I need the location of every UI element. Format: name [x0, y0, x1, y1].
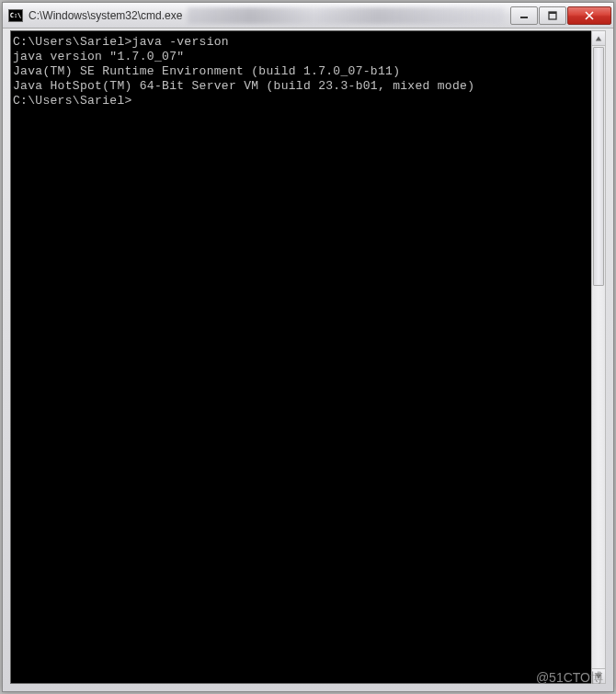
- terminal-line: C:\Users\Sariel>java -version: [13, 35, 591, 50]
- svg-rect-2: [549, 12, 556, 14]
- scroll-thumb[interactable]: [593, 47, 604, 286]
- chevron-up-icon: [595, 35, 602, 42]
- cmd-window: C:\ C:\Windows\system32\cmd.exe C:\Users…: [2, 2, 614, 692]
- close-button[interactable]: [567, 6, 611, 25]
- titlebar[interactable]: C:\ C:\Windows\system32\cmd.exe: [3, 3, 613, 28]
- titlebar-glassblur: [188, 7, 504, 24]
- svg-rect-0: [520, 17, 528, 18]
- minimize-icon: [519, 11, 529, 20]
- window-controls: [509, 6, 611, 25]
- window-title: C:\Windows\system32\cmd.exe: [29, 9, 182, 22]
- terminal-output[interactable]: C:\Users\Sariel>java -version java versi…: [10, 30, 591, 684]
- terminal-line: Java HotSpot(TM) 64-Bit Server VM (build…: [13, 79, 591, 94]
- terminal-line: java version "1.7.0_07": [13, 50, 591, 64]
- terminal-line: C:\Users\Sariel>: [13, 94, 591, 108]
- scroll-up-button[interactable]: [592, 31, 605, 46]
- minimize-button[interactable]: [510, 6, 538, 25]
- close-icon: [585, 11, 594, 20]
- maximize-button[interactable]: [539, 6, 566, 25]
- maximize-icon: [548, 11, 557, 20]
- scroll-down-button[interactable]: [592, 668, 605, 683]
- vertical-scrollbar[interactable]: [591, 30, 606, 684]
- cmd-icon: C:\: [8, 9, 23, 22]
- chevron-down-icon: [595, 673, 602, 680]
- terminal-line: Java(TM) SE Runtime Environment (build 1…: [13, 64, 591, 79]
